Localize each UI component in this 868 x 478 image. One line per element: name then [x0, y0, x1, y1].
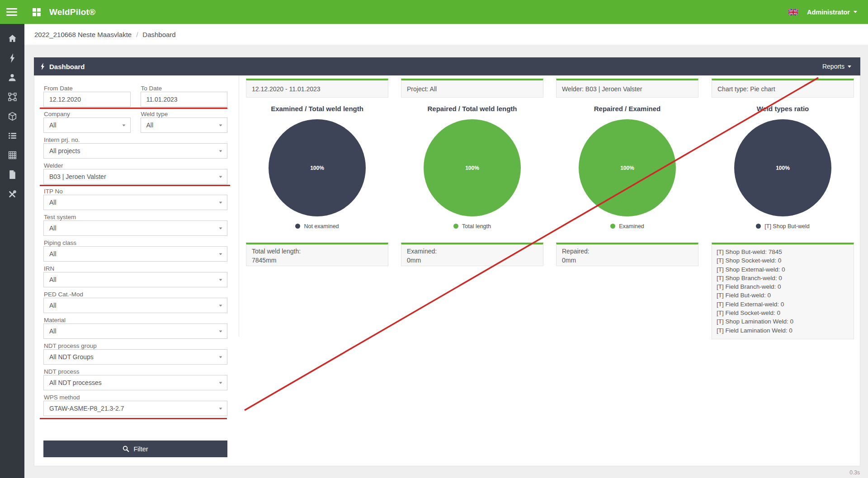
info-card-welder: Welder: B03 | Jeroen Valster	[556, 79, 698, 98]
weld-type-line: [T] Field External-weld: 0	[717, 300, 849, 309]
weld-type-line: [T] Shop External-weld: 0	[717, 265, 849, 274]
pie-chart-repaired-examined[interactable]: 100%	[579, 119, 676, 216]
legend-label: Total length	[462, 223, 491, 230]
legend-item[interactable]: Total length	[401, 222, 543, 230]
selection-frame-icon[interactable]	[0, 87, 24, 107]
ndt-process-group-select[interactable]: All NDT Groups	[43, 349, 227, 365]
info-card-text: 12.12.2020 - 11.01.2023	[252, 85, 321, 93]
ndt-process-select[interactable]: All NDT processes	[43, 375, 227, 390]
wps-method-select[interactable]: GTAW-ASME-P8_21.3-2.7	[43, 401, 227, 416]
summary-value: 0mm	[562, 256, 693, 265]
welder-select[interactable]: B03 | Jeroen Valster	[43, 169, 227, 184]
breadcrumb-separator: /	[136, 31, 138, 38]
field-label: IRN	[44, 265, 227, 272]
weld-type-line: [T] Field Socket-weld: 0	[717, 309, 849, 317]
filter-field-intern-prj-no: Intern prj. no. All projects	[43, 136, 227, 159]
legend-dot	[453, 224, 458, 229]
info-card-date-range: 12.12.2020 - 11.01.2023	[246, 79, 388, 98]
pie-percentage-label: 100%	[776, 165, 790, 171]
user-icon[interactable]	[0, 68, 24, 87]
info-card-text: Chart type: Pie chart	[717, 85, 775, 93]
itp-no-select[interactable]: All	[43, 195, 227, 210]
pie-percentage-label: 100%	[465, 165, 479, 171]
selected-value: All	[49, 302, 57, 309]
breadcrumb-project-link[interactable]: 2022_210668 Neste Maasvlakte	[34, 31, 132, 38]
filter-field-itp-no: ITP No All	[43, 188, 227, 210]
home-icon[interactable]	[0, 29, 24, 48]
reports-label: Reports	[822, 63, 844, 70]
intern-prj-no-select[interactable]: All projects	[43, 143, 227, 159]
filter-field-weld-type: Weld type All	[141, 111, 228, 133]
irn-select[interactable]: All	[43, 272, 227, 287]
apps-grid-icon[interactable]	[33, 8, 41, 16]
field-label: Weld type	[141, 111, 228, 117]
bolt-icon[interactable]	[0, 48, 24, 68]
filter-field-piping-class: Piping class All	[43, 239, 227, 262]
to-date-input[interactable]	[141, 92, 228, 107]
charts-area: 12.12.2020 - 11.01.2023 Examined / Total…	[246, 75, 856, 466]
pie-chart-weld-types[interactable]: 100%	[734, 119, 831, 216]
legend-item[interactable]: Examined	[556, 222, 698, 230]
tools-icon[interactable]	[0, 184, 24, 204]
table-grid-icon[interactable]	[0, 145, 24, 165]
dashboard-panel: From Date To Date Company All Weld type …	[34, 75, 860, 466]
weld-type-line: [T] Field Branch-weld: 0	[717, 282, 849, 291]
pie-percentage-label: 100%	[620, 165, 634, 171]
hamburger-menu-icon[interactable]	[6, 6, 17, 18]
page-load-time: 0.3s	[849, 469, 860, 476]
cube-icon[interactable]	[0, 107, 24, 126]
legend-dot	[295, 224, 300, 229]
summary-label: Repaired:	[562, 247, 693, 256]
annotation-underline-wps	[40, 418, 227, 419]
weld-type-line: [T] Shop Branch-weld: 0	[717, 274, 849, 282]
weld-type-line: [T] Field Lamination Weld: 0	[717, 326, 849, 335]
filter-button-label: Filter	[133, 445, 148, 453]
chevron-down-icon	[219, 176, 222, 178]
document-icon[interactable]	[0, 165, 24, 184]
chevron-down-icon	[122, 124, 125, 126]
breadcrumb: 2022_210668 Neste Maasvlakte / Dashboard	[24, 24, 868, 45]
company-select[interactable]: All	[43, 117, 131, 133]
pie-chart-repaired-total[interactable]: 100%	[424, 119, 521, 216]
filter-field-wps-method: WPS method GTAW-ASME-P8_21.3-2.7	[43, 394, 227, 416]
legend-item[interactable]: [T] Shop But-weld	[712, 222, 854, 230]
material-select[interactable]: All	[43, 323, 227, 339]
chevron-down-icon	[219, 150, 222, 152]
weld-type-line: [T] Shop Socket-weld: 0	[717, 256, 849, 265]
left-sidebar	[0, 24, 24, 478]
legend-label: Examined	[619, 223, 644, 230]
list-icon[interactable]	[0, 126, 24, 145]
field-label: Piping class	[44, 239, 227, 246]
dashboard-panel-header: Dashboard Reports	[34, 57, 860, 75]
weld-type-select[interactable]: All	[141, 117, 228, 133]
filter-field-company: Company All	[43, 111, 131, 133]
test-system-select[interactable]: All	[43, 220, 227, 236]
filter-button[interactable]: Filter	[43, 441, 227, 457]
search-icon	[123, 445, 129, 452]
chart-column-repaired-examined: Welder: B03 | Jeroen Valster Repaired / …	[556, 75, 698, 266]
selected-value: All	[146, 122, 154, 129]
chevron-down-icon	[219, 330, 222, 332]
summary-label: Examined:	[407, 247, 538, 256]
pie-chart-examined-total[interactable]: 100%	[269, 119, 366, 216]
chart-title: Repaired / Total weld length	[401, 105, 543, 114]
info-card-text: Project: All	[407, 85, 437, 93]
ped-cat-mod-select[interactable]: All	[43, 298, 227, 313]
info-card-text: Welder: B03 | Jeroen Valster	[562, 85, 642, 93]
annotation-underline-dates	[40, 108, 227, 109]
reports-dropdown[interactable]: Reports	[822, 63, 851, 70]
field-label: ITP No	[44, 188, 227, 195]
legend-item[interactable]: Not examined	[246, 222, 388, 230]
chart-title: Repaired / Examined	[556, 105, 698, 114]
piping-class-select[interactable]: All	[43, 246, 227, 262]
selected-value: All	[49, 122, 57, 129]
chevron-down-icon	[219, 305, 222, 306]
user-menu[interactable]: Administrator	[807, 9, 857, 16]
chevron-down-icon	[219, 408, 222, 409]
filter-field-irn: IRN All	[43, 265, 227, 287]
field-label: Welder	[44, 162, 227, 169]
chart-column-examined-total: 12.12.2020 - 11.01.2023 Examined / Total…	[246, 75, 388, 266]
language-flag-icon[interactable]	[788, 9, 798, 15]
from-date-input[interactable]	[43, 92, 131, 107]
field-label: NDT process group	[44, 342, 227, 349]
